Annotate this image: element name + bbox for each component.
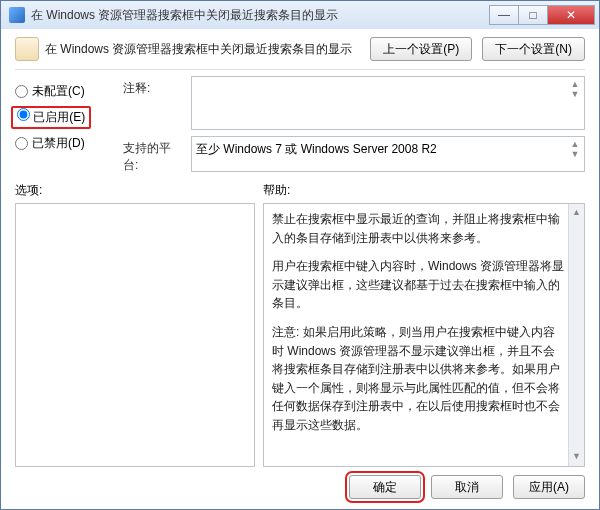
supported-row: 支持的平台: 至少 Windows 7 或 Windows Server 200…	[123, 136, 585, 174]
radio-disabled[interactable]: 已禁用(D)	[15, 132, 115, 155]
comment-label: 注释:	[123, 76, 185, 97]
help-paragraph: 用户在搜索框中键入内容时，Windows 资源管理器将显示建议弹出框，这些建议都…	[272, 257, 580, 313]
config-grid: 未配置(C) 已启用(E) 已禁用(D) 注释:	[15, 76, 585, 174]
supported-platform-box: 至少 Windows 7 或 Windows Server 2008 R2	[191, 136, 585, 172]
options-label: 选项:	[15, 182, 263, 199]
panels-row: 禁止在搜索框中显示最近的查询，并阻止将搜索框中输入的条目存储到注册表中以供将来参…	[15, 203, 585, 467]
supported-platform-text: 至少 Windows 7 或 Windows Server 2008 R2	[196, 142, 437, 156]
options-panel[interactable]	[15, 203, 255, 467]
help-paragraph: 注意: 如果启用此策略，则当用户在搜索框中键入内容时 Windows 资源管理器…	[272, 323, 580, 435]
close-button[interactable]: ✕	[547, 5, 595, 25]
app-icon	[9, 7, 25, 23]
radio-disabled-input[interactable]	[15, 137, 28, 150]
fields-column: 注释: 支持的平台: 至少 Windows 7 或 Windows Server…	[123, 76, 585, 174]
cancel-button[interactable]: 取消	[431, 475, 503, 499]
radio-enabled-input[interactable]	[17, 108, 30, 121]
section-labels: 选项: 帮助:	[15, 182, 585, 199]
apply-button[interactable]: 应用(A)	[513, 475, 585, 499]
help-label: 帮助:	[263, 182, 585, 199]
divider	[15, 69, 585, 70]
radio-not-configured-input[interactable]	[15, 85, 28, 98]
radio-not-configured[interactable]: 未配置(C)	[15, 80, 115, 103]
radio-not-configured-label: 未配置(C)	[32, 83, 85, 100]
previous-setting-button[interactable]: 上一个设置(P)	[370, 37, 472, 61]
policy-title: 在 Windows 资源管理器搜索框中关闭最近搜索条目的显示	[45, 41, 360, 58]
scrollbar[interactable]	[568, 204, 584, 466]
window-title: 在 Windows 资源管理器搜索框中关闭最近搜索条目的显示	[31, 7, 490, 24]
policy-editor-window: 在 Windows 资源管理器搜索框中关闭最近搜索条目的显示 — □ ✕ 在 W…	[0, 0, 600, 510]
window-controls: — □ ✕	[490, 5, 595, 25]
titlebar: 在 Windows 资源管理器搜索框中关闭最近搜索条目的显示 — □ ✕	[1, 1, 599, 29]
minimize-button[interactable]: —	[489, 5, 519, 25]
content-area: 在 Windows 资源管理器搜索框中关闭最近搜索条目的显示 上一个设置(P) …	[1, 29, 599, 509]
comment-textarea[interactable]	[191, 76, 585, 130]
ok-button[interactable]: 确定	[349, 475, 421, 499]
comment-row: 注释:	[123, 76, 585, 130]
footer-buttons: 确定 取消 应用(A)	[15, 467, 585, 501]
help-panel: 禁止在搜索框中显示最近的查询，并阻止将搜索框中输入的条目存储到注册表中以供将来参…	[263, 203, 585, 467]
radio-enabled[interactable]: 已启用(E)	[15, 103, 115, 132]
header-row: 在 Windows 资源管理器搜索框中关闭最近搜索条目的显示 上一个设置(P) …	[15, 33, 585, 69]
highlight-box: 已启用(E)	[11, 106, 91, 129]
help-paragraph: 禁止在搜索框中显示最近的查询，并阻止将搜索框中输入的条目存储到注册表中以供将来参…	[272, 210, 580, 247]
next-setting-button[interactable]: 下一个设置(N)	[482, 37, 585, 61]
policy-icon	[15, 37, 39, 61]
radio-column: 未配置(C) 已启用(E) 已禁用(D)	[15, 76, 115, 174]
radio-enabled-label: 已启用(E)	[33, 110, 85, 124]
supported-label: 支持的平台:	[123, 136, 185, 174]
maximize-button[interactable]: □	[518, 5, 548, 25]
radio-disabled-label: 已禁用(D)	[32, 135, 85, 152]
